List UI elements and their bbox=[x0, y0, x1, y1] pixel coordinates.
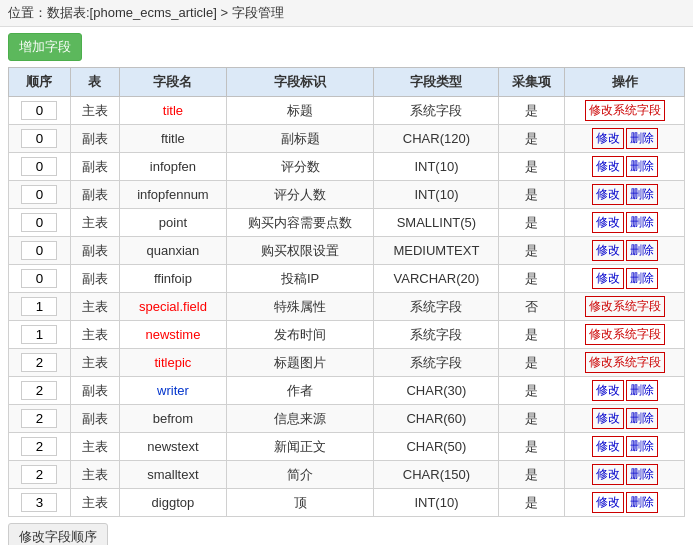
cell-ops: 修改删除 bbox=[565, 377, 685, 405]
cell-order bbox=[9, 265, 71, 293]
cell-ops: 修改删除 bbox=[565, 209, 685, 237]
cell-field-type: CHAR(50) bbox=[374, 433, 499, 461]
cell-order bbox=[9, 405, 71, 433]
cell-table: 主表 bbox=[70, 321, 119, 349]
order-input[interactable] bbox=[21, 101, 57, 120]
modify-system-link[interactable]: 修改系统字段 bbox=[585, 100, 665, 121]
cell-table: 主表 bbox=[70, 209, 119, 237]
fields-table-wrap: 顺序 表 字段名 字段标识 字段类型 采集项 操作 主表title标题系统字段是… bbox=[0, 67, 693, 517]
modify-link[interactable]: 修改 bbox=[592, 436, 624, 457]
table-row: 主表newstext新闻正文CHAR(50)是修改删除 bbox=[9, 433, 685, 461]
delete-link[interactable]: 删除 bbox=[626, 212, 658, 233]
col-field-name: 字段名 bbox=[120, 68, 227, 97]
order-input[interactable] bbox=[21, 185, 57, 204]
modify-system-link[interactable]: 修改系统字段 bbox=[585, 324, 665, 345]
order-input[interactable] bbox=[21, 269, 57, 288]
order-input[interactable] bbox=[21, 437, 57, 456]
cell-field-label: 标题 bbox=[226, 97, 374, 125]
delete-link[interactable]: 删除 bbox=[626, 184, 658, 205]
cell-field-label: 作者 bbox=[226, 377, 374, 405]
cell-ops: 修改删除 bbox=[565, 125, 685, 153]
col-collect: 采集项 bbox=[499, 68, 565, 97]
cell-order bbox=[9, 153, 71, 181]
cell-collect: 是 bbox=[499, 265, 565, 293]
cell-field-type: CHAR(60) bbox=[374, 405, 499, 433]
cell-ops: 修改删除 bbox=[565, 405, 685, 433]
table-row: 主表titlepic标题图片系统字段是修改系统字段 bbox=[9, 349, 685, 377]
cell-collect: 是 bbox=[499, 125, 565, 153]
modify-link[interactable]: 修改 bbox=[592, 128, 624, 149]
order-input[interactable] bbox=[21, 241, 57, 260]
cell-field-name: infopfen bbox=[120, 153, 227, 181]
cell-field-label: 新闻正文 bbox=[226, 433, 374, 461]
delete-link[interactable]: 删除 bbox=[626, 268, 658, 289]
cell-field-type: CHAR(30) bbox=[374, 377, 499, 405]
cell-ops: 修改系统字段 bbox=[565, 293, 685, 321]
cell-order bbox=[9, 237, 71, 265]
modify-system-link[interactable]: 修改系统字段 bbox=[585, 352, 665, 373]
cell-field-label: 特殊属性 bbox=[226, 293, 374, 321]
cell-field-type: INT(10) bbox=[374, 489, 499, 517]
cell-ops: 修改删除 bbox=[565, 181, 685, 209]
order-input[interactable] bbox=[21, 353, 57, 372]
modify-system-link[interactable]: 修改系统字段 bbox=[585, 296, 665, 317]
modify-link[interactable]: 修改 bbox=[592, 464, 624, 485]
modify-link[interactable]: 修改 bbox=[592, 240, 624, 261]
order-input[interactable] bbox=[21, 297, 57, 316]
delete-link[interactable]: 删除 bbox=[626, 464, 658, 485]
order-input[interactable] bbox=[21, 129, 57, 148]
delete-link[interactable]: 删除 bbox=[626, 380, 658, 401]
cell-field-name: point bbox=[120, 209, 227, 237]
cell-field-label: 标题图片 bbox=[226, 349, 374, 377]
cell-collect: 是 bbox=[499, 461, 565, 489]
cell-table: 副表 bbox=[70, 125, 119, 153]
order-input[interactable] bbox=[21, 213, 57, 232]
order-button[interactable]: 修改字段顺序 bbox=[8, 523, 108, 545]
order-input[interactable] bbox=[21, 381, 57, 400]
table-row: 副表quanxian购买权限设置MEDIUMTEXT是修改删除 bbox=[9, 237, 685, 265]
modify-link[interactable]: 修改 bbox=[592, 268, 624, 289]
delete-link[interactable]: 删除 bbox=[626, 156, 658, 177]
table-row: 主表smalltext简介CHAR(150)是修改删除 bbox=[9, 461, 685, 489]
col-field-label: 字段标识 bbox=[226, 68, 374, 97]
add-field-button[interactable]: 增加字段 bbox=[8, 33, 82, 61]
modify-link[interactable]: 修改 bbox=[592, 212, 624, 233]
modify-link[interactable]: 修改 bbox=[592, 380, 624, 401]
col-ops: 操作 bbox=[565, 68, 685, 97]
cell-field-type: INT(10) bbox=[374, 181, 499, 209]
order-input[interactable] bbox=[21, 465, 57, 484]
modify-link[interactable]: 修改 bbox=[592, 492, 624, 513]
cell-order bbox=[9, 97, 71, 125]
delete-link[interactable]: 删除 bbox=[626, 492, 658, 513]
col-field-type: 字段类型 bbox=[374, 68, 499, 97]
delete-link[interactable]: 删除 bbox=[626, 408, 658, 429]
table-header: 顺序 表 字段名 字段标识 字段类型 采集项 操作 bbox=[9, 68, 685, 97]
cell-field-type: 系统字段 bbox=[374, 97, 499, 125]
cell-field-label: 购买内容需要点数 bbox=[226, 209, 374, 237]
order-input[interactable] bbox=[21, 157, 57, 176]
order-input[interactable] bbox=[21, 493, 57, 512]
table-row: 主表newstime发布时间系统字段是修改系统字段 bbox=[9, 321, 685, 349]
cell-field-name: befrom bbox=[120, 405, 227, 433]
delete-link[interactable]: 删除 bbox=[626, 436, 658, 457]
modify-link[interactable]: 修改 bbox=[592, 156, 624, 177]
table-row: 副表writer作者CHAR(30)是修改删除 bbox=[9, 377, 685, 405]
cell-table: 主表 bbox=[70, 293, 119, 321]
cell-field-name: titlepic bbox=[120, 349, 227, 377]
cell-field-name: writer bbox=[120, 377, 227, 405]
table-row: 主表special.field特殊属性系统字段否修改系统字段 bbox=[9, 293, 685, 321]
cell-field-type: MEDIUMTEXT bbox=[374, 237, 499, 265]
cell-field-type: CHAR(120) bbox=[374, 125, 499, 153]
cell-ops: 修改系统字段 bbox=[565, 349, 685, 377]
delete-link[interactable]: 删除 bbox=[626, 240, 658, 261]
cell-ops: 修改删除 bbox=[565, 461, 685, 489]
modify-link[interactable]: 修改 bbox=[592, 184, 624, 205]
cell-field-label: 信息来源 bbox=[226, 405, 374, 433]
order-input[interactable] bbox=[21, 409, 57, 428]
cell-collect: 是 bbox=[499, 433, 565, 461]
cell-field-name: diggtop bbox=[120, 489, 227, 517]
order-input[interactable] bbox=[21, 325, 57, 344]
cell-table: 副表 bbox=[70, 153, 119, 181]
modify-link[interactable]: 修改 bbox=[592, 408, 624, 429]
delete-link[interactable]: 删除 bbox=[626, 128, 658, 149]
